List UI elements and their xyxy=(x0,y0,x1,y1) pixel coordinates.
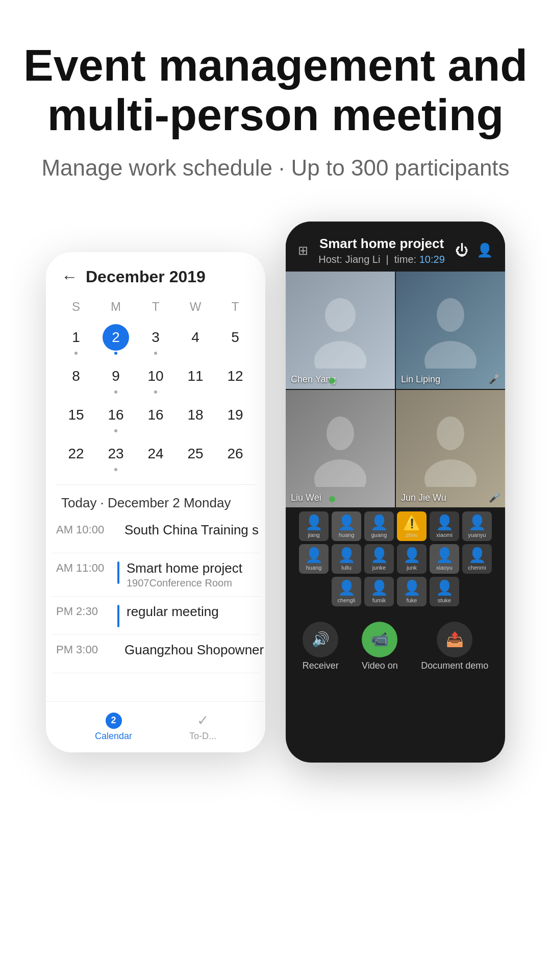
participant-xiaoyu[interactable]: 👤xiaoyu xyxy=(430,544,459,574)
back-arrow-icon[interactable]: ← xyxy=(61,267,78,286)
participant-fuke[interactable]: 👤fuke xyxy=(397,577,427,606)
video-cell-chen-yang: Chen Yang xyxy=(286,272,395,389)
cal-day-26[interactable]: 26 xyxy=(215,437,255,474)
video-on-label: Video on xyxy=(362,660,398,671)
participant-xiaomi[interactable]: 👤xiaomi xyxy=(430,511,459,541)
video-on-icon: 📹 xyxy=(362,622,397,657)
cal-day-18[interactable]: 18 xyxy=(176,399,215,435)
event-sub-2: 1907Conference Room xyxy=(127,577,255,589)
cal-week-3: 15 16 16 18 19 xyxy=(56,399,255,435)
calendar-weeks: 1 2 3 4 5 8 9 10 11 12 15 16 xyxy=(56,321,255,474)
svg-point-6 xyxy=(437,416,464,450)
event-info-2: Smart home project 1907Conference Room xyxy=(127,560,255,589)
event-bar-2 xyxy=(117,561,119,584)
participants-icon[interactable]: 👤 xyxy=(477,242,493,258)
participant-jiang[interactable]: 👤jiang xyxy=(299,511,329,541)
cal-day-11[interactable]: 11 xyxy=(176,360,215,397)
participant-huang2[interactable]: 👤huang xyxy=(299,544,329,574)
event-name-4: Guangzhou Shopowner xyxy=(124,642,264,658)
participant-zhou[interactable]: ⚠️zhou xyxy=(397,511,427,541)
weekday-m: M xyxy=(96,297,136,317)
control-receiver[interactable]: 🔊 Receiver xyxy=(303,622,339,671)
svg-point-5 xyxy=(314,459,366,487)
participants-row-1: 👤jiang 👤huang 👤guang ⚠️zhou 👤xiaomi 👤yua… xyxy=(289,511,502,541)
calendar-weekdays: S M T W T xyxy=(56,297,255,317)
nav-todo[interactable]: ✓ To-D... xyxy=(189,712,216,742)
cal-day-8[interactable]: 8 xyxy=(56,360,96,397)
event-name-1: South China Training s xyxy=(124,522,259,538)
jun-jie-wu-mic-icon: 🎤 xyxy=(489,492,500,503)
participant-huang[interactable]: 👤huang xyxy=(332,511,361,541)
cal-day-22[interactable]: 22 xyxy=(56,437,96,474)
cal-day-2[interactable]: 2 xyxy=(96,321,136,358)
participant-chengli[interactable]: 👤chengli xyxy=(332,577,361,606)
participant-fumik[interactable]: 👤fumik xyxy=(364,577,394,606)
cal-day-24[interactable]: 24 xyxy=(136,437,176,474)
event-row-3[interactable]: PM 2:30 regular meeting xyxy=(51,597,260,635)
nav-calendar[interactable]: 2 Calendar xyxy=(95,713,132,742)
event-time-4: PM 3:00 xyxy=(56,642,117,656)
weekday-s: S xyxy=(56,297,96,317)
participant-lullu[interactable]: 👤lullu xyxy=(332,544,361,574)
control-document[interactable]: 📤 Document demo xyxy=(421,622,488,671)
calendar-grid: S M T W T 1 2 3 4 5 8 9 10 xyxy=(46,291,265,479)
meeting-expand-icon[interactable]: ⊞ xyxy=(298,243,308,258)
nav-calendar-label: Calendar xyxy=(95,731,132,742)
participants-row-3: 👤chengli 👤fumik 👤fuke 👤stuke xyxy=(289,577,502,606)
svg-point-4 xyxy=(327,416,354,450)
chen-yang-avatar xyxy=(286,272,395,389)
cal-day-16[interactable]: 16 xyxy=(96,399,136,435)
lin-liping-label: Lin Liping xyxy=(401,374,440,385)
participant-junk[interactable]: 👤junk xyxy=(397,544,427,574)
weekday-t1: T xyxy=(136,297,176,317)
event-name-2: Smart home project xyxy=(127,560,255,576)
cal-day-19[interactable]: 19 xyxy=(215,399,255,435)
receiver-label: Receiver xyxy=(303,660,339,671)
participant-chenmi[interactable]: 👤chenmi xyxy=(462,544,492,574)
meeting-meta: Host: Jiang Li | time: 10:29 xyxy=(308,254,455,265)
event-row-2[interactable]: AM 11:00 Smart home project 1907Conferen… xyxy=(51,553,260,597)
event-info-3: regular meeting xyxy=(127,604,255,620)
event-info-1: South China Training s xyxy=(124,522,259,538)
cal-day-12[interactable]: 12 xyxy=(215,360,255,397)
cal-day-15[interactable]: 15 xyxy=(56,399,96,435)
cal-day-5[interactable]: 5 xyxy=(215,321,255,358)
meeting-controls: 🔊 Receiver 📹 Video on 📤 Document demo xyxy=(286,614,505,679)
cal-day-23[interactable]: 23 xyxy=(96,437,136,474)
event-row-1[interactable]: AM 10:00 South China Training s xyxy=(51,515,260,553)
svg-point-3 xyxy=(424,341,477,369)
cal-day-9[interactable]: 9 xyxy=(96,360,136,397)
participant-stuke[interactable]: 👤stuke xyxy=(430,577,459,606)
cal-day-25[interactable]: 25 xyxy=(176,437,215,474)
hero-title: Event management and multi-person meetin… xyxy=(20,41,531,140)
participant-guang[interactable]: 👤guang xyxy=(364,511,394,541)
svg-point-0 xyxy=(325,298,356,332)
event-row-4[interactable]: PM 3:00 Guangzhou Shopowner xyxy=(51,635,260,673)
event-time-3: PM 2:30 xyxy=(56,604,117,618)
participant-junke[interactable]: 👤junke xyxy=(364,544,394,574)
control-video[interactable]: 📹 Video on xyxy=(362,622,398,671)
cal-week-2: 8 9 10 11 12 xyxy=(56,360,255,397)
cal-day-4[interactable]: 4 xyxy=(176,321,215,358)
meeting-header: ⊞ Smart home project Host: Jiang Li | ti… xyxy=(286,222,505,272)
video-cell-lin-liping: Lin Liping 🎤 xyxy=(396,272,505,389)
calendar-header: ← December 2019 xyxy=(46,252,265,291)
meeting-time: 10:29 xyxy=(419,254,445,265)
hero-subtitle: Manage work schedule · Up to 300 partici… xyxy=(41,155,509,181)
cal-day-10[interactable]: 10 xyxy=(136,360,176,397)
cal-day-3[interactable]: 3 xyxy=(136,321,176,358)
today-label: Today · December 2 Monday xyxy=(46,490,265,515)
cal-day-16b[interactable]: 16 xyxy=(136,399,176,435)
liu-wei-active-dot xyxy=(329,496,335,502)
power-icon[interactable]: ⏻ xyxy=(455,242,468,258)
event-name-3: regular meeting xyxy=(127,604,255,620)
event-info-4: Guangzhou Shopowner xyxy=(124,642,264,658)
calendar-divider xyxy=(56,484,255,485)
participant-yuanyu[interactable]: 👤yuanyu xyxy=(462,511,492,541)
svg-point-1 xyxy=(314,341,366,369)
cal-week-4: 22 23 24 25 26 xyxy=(56,437,255,474)
cal-day-1[interactable]: 1 xyxy=(56,321,96,358)
document-demo-icon: 📤 xyxy=(437,622,472,657)
svg-point-2 xyxy=(437,298,464,332)
meeting-header-center: Smart home project Host: Jiang Li | time… xyxy=(308,236,455,265)
